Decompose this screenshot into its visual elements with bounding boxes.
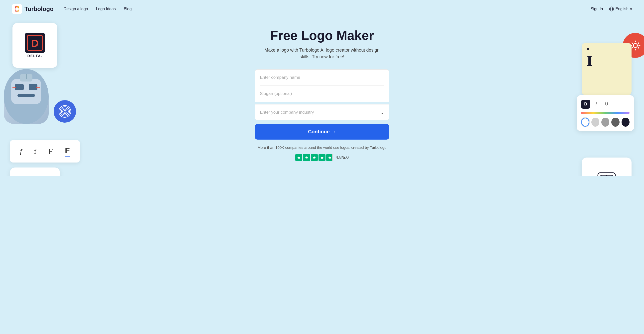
svg-rect-31: [598, 173, 615, 176]
trust-text: More than 100K companies around the worl…: [255, 145, 389, 151]
font-f-caps: F: [48, 147, 53, 156]
star-1: ★: [295, 154, 302, 161]
star-4: ★: [318, 154, 326, 161]
svg-point-16: [4, 69, 49, 124]
delta-label: DELTA.: [28, 54, 42, 58]
svg-rect-14: [28, 35, 42, 50]
color-swatch-darkgray: [611, 118, 619, 127]
deco-robot-card: [4, 69, 49, 124]
svg-point-26: [62, 109, 67, 114]
star-5-partial: ★: [326, 154, 333, 161]
deco-front-card: F FRONT: [10, 167, 60, 176]
color-swatch-white: [581, 118, 590, 127]
hero-title: Free Logo Maker: [270, 28, 374, 43]
company-name-input[interactable]: [255, 69, 389, 85]
logo-text: Turbologo: [24, 5, 54, 12]
deco-gear-card: [623, 33, 644, 58]
rating-row: ★ ★ ★ ★ ★ 4.8/5.0: [255, 154, 389, 161]
metro-icon: [596, 170, 616, 176]
company-name-group: [255, 69, 389, 102]
trustpilot-stars: ★ ★ ★ ★ ★: [295, 154, 333, 161]
nav-ideas-link[interactable]: Logo Ideas: [96, 7, 116, 11]
deco-yellow-card: I: [582, 43, 632, 95]
svg-point-30: [633, 43, 637, 47]
deco-delta-card: D DELTA.: [12, 23, 57, 68]
font-f-underline: F: [65, 146, 70, 157]
logo-link[interactable]: Turbologo: [12, 4, 54, 14]
svg-rect-32: [600, 175, 613, 176]
industry-select-group: Enter your company industry Technology H…: [255, 104, 389, 120]
continue-label: Continue →: [308, 129, 336, 135]
continue-button[interactable]: Continue →: [255, 124, 389, 140]
globe-icon: [609, 6, 614, 11]
svg-rect-20: [18, 94, 35, 97]
svg-point-29: [59, 105, 71, 117]
language-label: English: [616, 7, 628, 11]
chevron-down-icon: ▾: [630, 7, 632, 11]
italic-button: I: [592, 100, 600, 109]
turbologo-icon: [12, 4, 22, 14]
svg-point-25: [64, 110, 66, 112]
sign-in-link[interactable]: Sign In: [590, 7, 603, 11]
deco-fonts-card: f f F F: [10, 140, 80, 163]
color-swatch-lightgray: [591, 118, 599, 127]
delta-logo-icon: D: [25, 33, 45, 53]
color-swatch-black: [622, 118, 630, 127]
editor-toolbar: B I U: [581, 100, 630, 109]
svg-rect-21: [20, 74, 32, 81]
language-button[interactable]: English ▾: [609, 6, 632, 11]
svg-text:D: D: [31, 37, 39, 49]
rating-score: 4.8/5.0: [336, 155, 349, 160]
svg-rect-19: [29, 84, 38, 90]
color-swatches: [581, 118, 630, 127]
fingerprint-icon: [58, 105, 72, 118]
bold-button: B: [581, 100, 590, 109]
nav-links: Design a logo Logo Ideas Blog: [64, 7, 132, 11]
navbar: Turbologo Design a logo Logo Ideas Blog …: [0, 0, 644, 18]
svg-rect-18: [15, 84, 24, 90]
underline-button: U: [602, 100, 611, 109]
logo-form: Enter your company industry Technology H…: [255, 69, 389, 161]
star-2: ★: [303, 154, 310, 161]
deco-metro-card: METRO: [582, 158, 632, 176]
slogan-input[interactable]: [255, 86, 389, 102]
chevron-down-icon: ⌄: [380, 110, 384, 115]
robot-icon: [4, 69, 49, 124]
gear-icon: [628, 39, 642, 52]
color-swatch-gray: [601, 118, 609, 127]
nav-left: Turbologo Design a logo Logo Ideas Blog: [12, 4, 132, 14]
svg-rect-17: [11, 79, 41, 104]
nav-design-link[interactable]: Design a logo: [64, 7, 88, 11]
hero-subtitle: Make a logo with Turbologo AI logo creat…: [260, 47, 384, 60]
main-content: D DELTA.: [0, 18, 644, 176]
deco-text-editor-card: B I U: [577, 95, 634, 131]
svg-point-27: [61, 108, 68, 115]
star-3: ★: [311, 154, 318, 161]
nav-right: Sign In English ▾: [590, 6, 632, 11]
svg-point-28: [60, 107, 70, 116]
font-f-regular: f: [34, 147, 36, 155]
svg-rect-13: [25, 33, 45, 53]
industry-select[interactable]: Enter your company industry Technology H…: [260, 104, 380, 120]
font-f-serif: f: [20, 147, 22, 155]
nav-blog-link[interactable]: Blog: [124, 7, 132, 11]
deco-fingerprint-card: [54, 100, 76, 123]
color-gradient-bar: [581, 112, 630, 114]
